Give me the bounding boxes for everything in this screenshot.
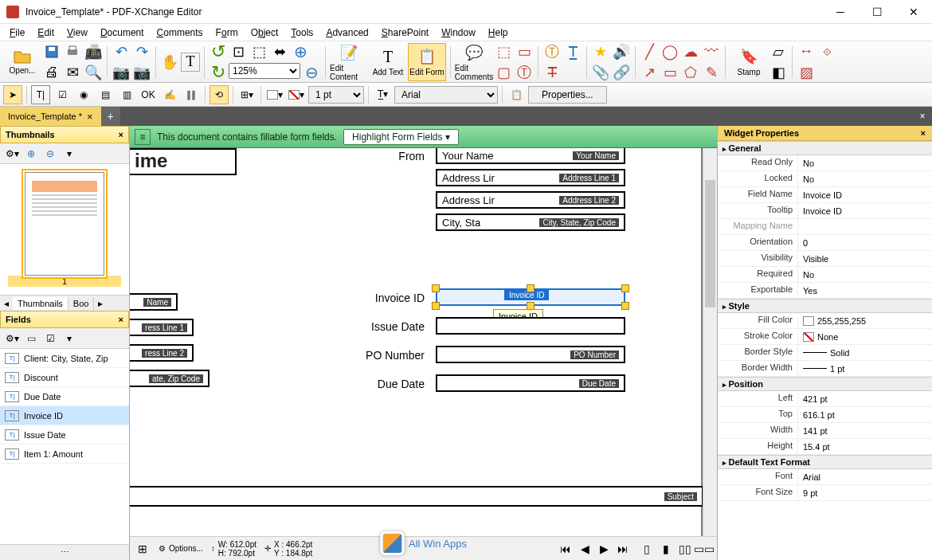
- eraser-tool[interactable]: ▱: [769, 42, 788, 61]
- prop-font-size[interactable]: Font Size9 pt: [718, 485, 932, 501]
- group-style[interactable]: Style: [718, 299, 932, 313]
- email-button[interactable]: ✉: [63, 63, 82, 82]
- undo-button[interactable]: ↶: [112, 42, 131, 61]
- highlight-tool[interactable]: Ⓣ: [542, 42, 562, 61]
- resize-handle-sw[interactable]: [432, 302, 440, 310]
- prop-width[interactable]: Width141 pt: [718, 423, 932, 439]
- properties-icon[interactable]: 📋: [507, 85, 526, 104]
- resize-handle-nw[interactable]: [432, 284, 440, 292]
- thumb-zoom-out[interactable]: ⊖: [41, 145, 59, 163]
- zoom-level-select[interactable]: 125%: [229, 63, 300, 79]
- close-all-tabs-button[interactable]: ×: [913, 107, 932, 126]
- stroke-color-button[interactable]: ▾: [287, 85, 306, 104]
- redo-button[interactable]: ↷: [132, 42, 151, 61]
- text-field-tool[interactable]: T|: [31, 85, 50, 104]
- issue-date-field[interactable]: [436, 317, 625, 335]
- minimize-button[interactable]: ─: [822, 0, 859, 24]
- tabs-prev[interactable]: ◂: [0, 298, 13, 309]
- menu-sharepoint[interactable]: SharePoint: [375, 25, 435, 40]
- close-button[interactable]: ✕: [895, 0, 932, 24]
- prop-row[interactable]: LockedNo: [718, 171, 932, 187]
- callout-button[interactable]: ▢: [494, 63, 513, 82]
- fields-more[interactable]: ▾: [61, 330, 78, 347]
- polygon-tool[interactable]: ⬠: [681, 63, 700, 82]
- menu-view[interactable]: View: [61, 25, 94, 40]
- barcode-tool[interactable]: ∥∥: [182, 85, 201, 104]
- save-button[interactable]: [42, 42, 61, 61]
- prop-row[interactable]: VisibilityVisible: [718, 251, 932, 267]
- client-city-field[interactable]: ate, Zip Code: [130, 370, 210, 387]
- edit-form-button[interactable]: 📋 Edit Form: [408, 43, 446, 81]
- close-fields-icon[interactable]: ×: [119, 315, 123, 324]
- fields-view2[interactable]: ☑: [41, 330, 59, 347]
- measure-area-tool[interactable]: ▨: [797, 63, 816, 82]
- polyline-tool[interactable]: 〰: [702, 42, 721, 61]
- client-addr2-field[interactable]: ress Line 2: [130, 344, 194, 362]
- prop-border-style[interactable]: Border StyleSolid: [718, 345, 932, 361]
- field-item[interactable]: T|Due Date: [0, 387, 129, 406]
- due-date-field[interactable]: Due Date: [436, 374, 625, 392]
- menu-advanced[interactable]: Advanced: [319, 25, 374, 40]
- your-name-field[interactable]: Your NameYour Name: [436, 148, 625, 164]
- resize-handle-se[interactable]: [621, 302, 629, 310]
- next-page-button[interactable]: ▶: [596, 541, 612, 557]
- menu-form[interactable]: Form: [210, 25, 245, 40]
- menu-file[interactable]: File: [3, 25, 31, 40]
- options-button[interactable]: ⚙ Options...: [159, 544, 203, 553]
- checkbox-tool[interactable]: ☑: [53, 85, 72, 104]
- field-item[interactable]: T|Invoice ID: [0, 406, 129, 425]
- menu-window[interactable]: Window: [435, 25, 482, 40]
- group-dtf[interactable]: Default Text Format: [718, 455, 932, 469]
- prop-row[interactable]: RequiredNo: [718, 267, 932, 283]
- tab-bookmarks[interactable]: Boo: [69, 297, 95, 310]
- group-position[interactable]: Position: [718, 377, 932, 391]
- tab-invoice-template[interactable]: Invoice_Template * ×: [0, 107, 101, 126]
- arrow-tool[interactable]: ↗: [640, 63, 659, 82]
- menu-tools[interactable]: Tools: [284, 25, 319, 40]
- rotate-ccw-button[interactable]: ↺: [209, 42, 228, 61]
- field-item[interactable]: T|Discount: [0, 368, 129, 387]
- maximize-button[interactable]: ☐: [859, 0, 895, 24]
- prop-row[interactable]: TooltipInvoice ID: [718, 203, 932, 219]
- field-item[interactable]: T|Item 1: Amount: [0, 444, 129, 464]
- view-single-button[interactable]: ▯: [639, 541, 655, 557]
- close-tab-icon[interactable]: ×: [87, 111, 93, 123]
- menu-edit[interactable]: Edit: [31, 25, 61, 40]
- menu-object[interactable]: Object: [245, 25, 285, 40]
- prop-row[interactable]: ExportableYes: [718, 283, 932, 299]
- resize-handle-n[interactable]: [527, 284, 535, 292]
- menu-help[interactable]: Help: [482, 25, 515, 40]
- po-number-field[interactable]: PO Number: [436, 346, 625, 363]
- link-tool[interactable]: 🔗: [612, 63, 631, 82]
- listbox-tool[interactable]: ▤: [96, 85, 115, 104]
- edit-comments-button[interactable]: 💬 Edit Comments: [455, 43, 493, 81]
- star-tool[interactable]: ★: [591, 42, 610, 61]
- menu-comments[interactable]: Comments: [151, 25, 210, 40]
- field-item[interactable]: T|Issue Date: [0, 425, 129, 444]
- sound-tool[interactable]: 🔊: [612, 42, 631, 61]
- prev-page-button[interactable]: ◀: [577, 541, 593, 557]
- first-page-button[interactable]: ⏮: [558, 541, 574, 557]
- search-button[interactable]: 🔍: [84, 63, 103, 82]
- print-button[interactable]: [63, 42, 82, 61]
- layers-icon[interactable]: ⊞: [135, 541, 151, 557]
- new-tab-button[interactable]: +: [101, 107, 120, 126]
- zoom-in-button[interactable]: ⊕: [291, 42, 310, 61]
- close-thumbnails-icon[interactable]: ×: [119, 130, 123, 139]
- tab-thumbnails[interactable]: Thumbnails: [13, 297, 69, 310]
- underline-tool[interactable]: T̲: [563, 42, 582, 61]
- prop-stroke-color[interactable]: Stroke ColorNone: [718, 329, 932, 345]
- group-general[interactable]: General: [718, 141, 932, 155]
- properties-button[interactable]: Properties...: [528, 86, 607, 104]
- prop-row[interactable]: Read OnlyNo: [718, 155, 932, 171]
- add-text-button[interactable]: T Add Text: [369, 43, 407, 81]
- client-name-field[interactable]: Name: [130, 293, 178, 311]
- prop-left[interactable]: Left421 pt: [718, 391, 932, 407]
- highlight-fields-button[interactable]: Highlight Form Fields ▾: [343, 129, 459, 145]
- prop-row[interactable]: Orientation0: [718, 235, 932, 251]
- rotate-cw-button[interactable]: ↻: [209, 63, 228, 82]
- print-alt-button[interactable]: 🖨: [42, 63, 61, 82]
- tabs-next[interactable]: ▸: [94, 298, 107, 309]
- text-select-tool[interactable]: T: [181, 53, 200, 72]
- fit-page-button[interactable]: ⬚: [249, 42, 268, 61]
